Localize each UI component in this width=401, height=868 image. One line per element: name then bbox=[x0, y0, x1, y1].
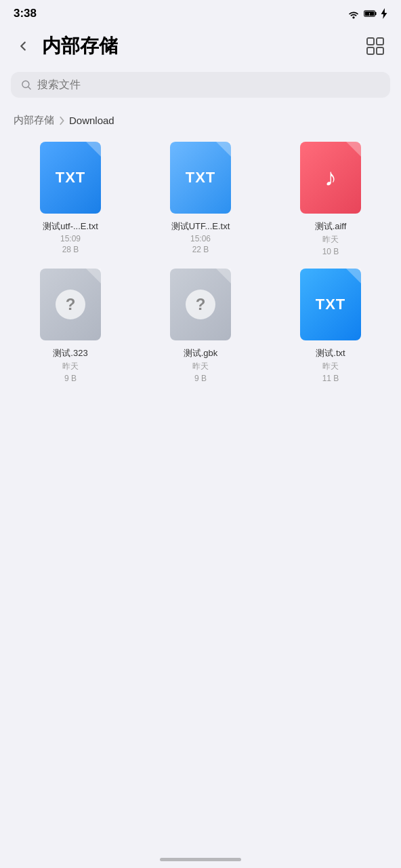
file-icon-wrapper-3: ? bbox=[33, 267, 108, 342]
wifi-icon bbox=[347, 8, 360, 19]
txt-icon-lightblue-1: TXT bbox=[170, 142, 231, 214]
breadcrumb: 内部存储 Download bbox=[0, 108, 401, 140]
status-time: 3:38 bbox=[14, 7, 37, 20]
file-time-0: 15:09 bbox=[60, 234, 81, 243]
search-bar[interactable] bbox=[11, 72, 390, 98]
file-time-2: 昨天 bbox=[322, 234, 339, 245]
file-icon-wrapper-2: ♪ bbox=[293, 140, 368, 215]
header: 内部存储 bbox=[0, 24, 401, 72]
file-icon-wrapper-5: TXT bbox=[293, 267, 368, 342]
question-mark-icon-2: ? bbox=[186, 290, 215, 319]
grid-view-button[interactable] bbox=[360, 31, 390, 61]
file-icon-wrapper-1: TXT bbox=[163, 140, 238, 215]
file-item-4[interactable]: ? 测试.gbk 昨天 9 B bbox=[141, 267, 260, 383]
svg-rect-7 bbox=[377, 47, 383, 54]
file-time-1: 15:06 bbox=[190, 234, 211, 243]
home-indicator bbox=[160, 858, 241, 861]
svg-text:!: ! bbox=[369, 12, 371, 16]
file-icon-wrapper-4: ? bbox=[163, 267, 238, 342]
file-grid: TXT 测试utf-...E.txt 15:09 28 B TXT 测试UTF.… bbox=[0, 140, 401, 399]
file-name-1: 测试UTF...E.txt bbox=[171, 220, 230, 233]
file-icon-wrapper-0: TXT bbox=[33, 140, 108, 215]
file-name-4: 测试.gbk bbox=[184, 347, 218, 359]
grid-icon bbox=[366, 37, 385, 56]
header-left: 内部存储 bbox=[11, 33, 118, 59]
file-item-2[interactable]: ♪ 测试.aiff 昨天 10 B bbox=[271, 140, 390, 256]
status-icons: ! bbox=[347, 8, 387, 19]
txt-icon-blue-0: TXT bbox=[40, 142, 101, 214]
file-time-5: 昨天 bbox=[322, 361, 339, 372]
breadcrumb-separator-icon bbox=[58, 116, 65, 125]
svg-rect-6 bbox=[367, 47, 374, 54]
file-item-3[interactable]: ? 测试.323 昨天 9 B bbox=[11, 267, 130, 383]
battery-warning-icon: ! bbox=[364, 9, 377, 18]
back-button[interactable] bbox=[11, 34, 35, 58]
charging-icon bbox=[381, 8, 387, 19]
file-name-5: 测试.txt bbox=[316, 347, 345, 359]
file-size-2: 10 B bbox=[322, 247, 339, 256]
file-time-4: 昨天 bbox=[192, 361, 209, 372]
file-size-1: 22 B bbox=[192, 245, 209, 254]
file-item-0[interactable]: TXT 测试utf-...E.txt 15:09 28 B bbox=[11, 140, 130, 256]
file-item-1[interactable]: TXT 测试UTF...E.txt 15:06 22 B bbox=[141, 140, 260, 256]
page-title: 内部存储 bbox=[42, 33, 118, 59]
svg-rect-5 bbox=[377, 38, 383, 45]
file-size-3: 9 B bbox=[64, 374, 77, 383]
search-icon bbox=[20, 79, 32, 91]
file-size-5: 11 B bbox=[322, 374, 339, 383]
file-size-0: 28 B bbox=[62, 245, 79, 254]
file-name-0: 测试utf-...E.txt bbox=[43, 220, 98, 233]
svg-rect-1 bbox=[375, 12, 376, 15]
breadcrumb-root[interactable]: 内部存储 bbox=[14, 114, 54, 127]
breadcrumb-current: Download bbox=[69, 115, 114, 126]
unknown-icon-3: ? bbox=[40, 269, 101, 340]
music-note-icon: ♪ bbox=[324, 163, 337, 192]
file-name-3: 测试.323 bbox=[53, 347, 87, 359]
svg-rect-4 bbox=[367, 38, 374, 45]
music-icon-2: ♪ bbox=[300, 142, 361, 214]
txt-icon-bright-5: TXT bbox=[300, 269, 361, 340]
svg-point-8 bbox=[22, 81, 29, 87]
search-input[interactable] bbox=[37, 79, 381, 91]
file-time-3: 昨天 bbox=[62, 361, 79, 372]
unknown-icon-4: ? bbox=[170, 269, 231, 340]
status-bar: 3:38 ! bbox=[0, 0, 401, 24]
search-container bbox=[0, 72, 401, 108]
question-mark-icon: ? bbox=[56, 290, 85, 319]
file-size-4: 9 B bbox=[194, 374, 207, 383]
file-name-2: 测试.aiff bbox=[315, 220, 347, 233]
file-item-5[interactable]: TXT 测试.txt 昨天 11 B bbox=[271, 267, 390, 383]
